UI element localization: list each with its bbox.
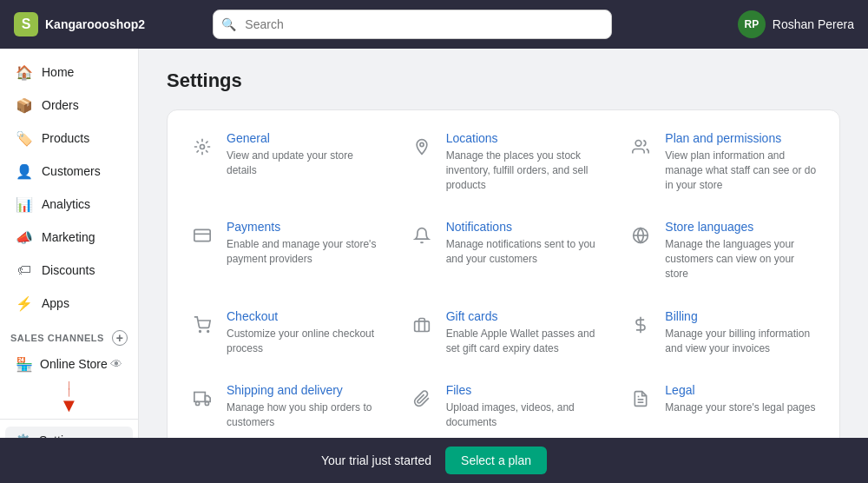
products-icon: 🏷️ bbox=[16, 129, 33, 147]
online-store-icon: 🏪 bbox=[16, 355, 33, 373]
gift-cards-icon bbox=[408, 311, 436, 339]
online-store-label: Online Store bbox=[40, 357, 108, 371]
settings-nav-item[interactable]: ⚙️ Settings bbox=[5, 427, 133, 438]
sidebar-bottom: ⚙️ Settings bbox=[0, 419, 138, 438]
svg-rect-11 bbox=[194, 393, 206, 402]
legal-desc: Manage your store's legal pages bbox=[665, 400, 819, 415]
sidebar-item-analytics[interactable]: 📊 Analytics bbox=[5, 189, 133, 220]
trial-text: Your trial just started bbox=[321, 453, 431, 467]
sidebar-item-products-label: Products bbox=[42, 131, 89, 145]
svg-rect-9 bbox=[414, 321, 429, 332]
brand-logo[interactable]: S Kangaroooshop2 bbox=[14, 12, 145, 36]
locations-desc: Manage the places you stock inventory, f… bbox=[446, 149, 600, 192]
checkout-title: Checkout bbox=[227, 309, 380, 323]
shipping-icon bbox=[188, 385, 216, 413]
sidebar-item-customers[interactable]: 👤 Customers bbox=[5, 155, 133, 187]
page-title: Settings bbox=[167, 69, 840, 92]
sidebar-item-marketing[interactable]: 📣 Marketing bbox=[5, 222, 133, 253]
discounts-icon: 🏷 bbox=[16, 261, 33, 279]
shipping-title: Shipping and delivery bbox=[227, 383, 380, 397]
settings-item-files[interactable]: Files Upload images, videos, and documen… bbox=[394, 369, 614, 438]
settings-grid: General View and update your store detai… bbox=[174, 117, 832, 438]
store-languages-icon bbox=[627, 222, 654, 249]
billing-title: Billing bbox=[665, 309, 819, 323]
plan-permissions-title: Plan and permissions bbox=[665, 131, 819, 145]
billing-icon bbox=[627, 311, 654, 339]
avatar[interactable]: RP bbox=[738, 10, 766, 38]
svg-point-8 bbox=[207, 330, 209, 332]
files-title: Files bbox=[446, 383, 600, 397]
settings-item-shipping[interactable]: Shipping and delivery Manage how you shi… bbox=[174, 369, 394, 438]
payments-title: Payments bbox=[227, 220, 380, 234]
notifications-title: Notifications bbox=[446, 220, 600, 234]
general-desc: View and update your store details bbox=[227, 149, 380, 178]
sales-channels-header: SALES CHANNELS + bbox=[0, 320, 138, 349]
sidebar-item-products[interactable]: 🏷️ Products bbox=[5, 122, 133, 154]
notifications-desc: Manage notifications sent to you and you… bbox=[446, 237, 600, 267]
sidebar-item-marketing-label: Marketing bbox=[42, 230, 95, 244]
gift-cards-title: Gift cards bbox=[446, 309, 600, 323]
down-arrow-wrapper: │ │ ▼ bbox=[0, 379, 138, 419]
add-sales-channel-button[interactable]: + bbox=[112, 330, 128, 346]
svg-marker-12 bbox=[205, 396, 210, 402]
main-content: Settings General View and update your st… bbox=[139, 49, 868, 438]
sidebar-item-home[interactable]: 🏠 Home bbox=[5, 56, 133, 88]
plan-permissions-desc: View plan information and manage what st… bbox=[665, 149, 819, 192]
sidebar-item-orders-label: Orders bbox=[42, 98, 79, 112]
settings-item-store-languages[interactable]: Store languages Manage the languages you… bbox=[613, 206, 832, 294]
top-navigation: S Kangaroooshop2 🔍 RP Roshan Perera bbox=[0, 0, 868, 49]
checkout-desc: Customize your online checkout process bbox=[227, 327, 380, 356]
store-languages-title: Store languages bbox=[665, 220, 819, 234]
payments-desc: Enable and manage your store's payment p… bbox=[227, 237, 380, 267]
user-section: RP Roshan Perera bbox=[738, 10, 854, 38]
svg-rect-3 bbox=[194, 230, 210, 242]
notifications-icon bbox=[408, 222, 436, 249]
settings-item-general[interactable]: General View and update your store detai… bbox=[174, 117, 394, 206]
sidebar-item-discounts[interactable]: 🏷 Discounts bbox=[5, 255, 133, 286]
svg-point-2 bbox=[635, 141, 641, 147]
general-icon bbox=[188, 133, 216, 161]
settings-item-gift-cards[interactable]: Gift cards Enable Apple Wallet passes an… bbox=[394, 295, 614, 370]
settings-item-plan-permissions[interactable]: Plan and permissions View plan informati… bbox=[613, 117, 832, 206]
locations-title: Locations bbox=[446, 131, 600, 145]
svg-point-14 bbox=[205, 402, 208, 406]
store-languages-desc: Manage the languages your customers can … bbox=[665, 237, 819, 281]
legal-title: Legal bbox=[665, 383, 819, 397]
settings-item-checkout[interactable]: Checkout Customize your online checkout … bbox=[174, 295, 394, 370]
sidebar-item-apps[interactable]: ⚡ Apps bbox=[5, 288, 133, 319]
sidebar-item-analytics-label: Analytics bbox=[42, 197, 90, 211]
apps-icon: ⚡ bbox=[16, 294, 33, 312]
orders-icon: 📦 bbox=[16, 96, 33, 114]
search-input[interactable] bbox=[213, 10, 612, 39]
checkout-icon bbox=[188, 311, 216, 339]
svg-point-7 bbox=[200, 330, 201, 332]
marketing-icon: 📣 bbox=[16, 228, 33, 246]
files-icon bbox=[408, 385, 436, 413]
settings-item-notifications[interactable]: Notifications Manage notifications sent … bbox=[394, 206, 614, 294]
customers-icon: 👤 bbox=[16, 162, 33, 180]
svg-point-1 bbox=[420, 142, 424, 146]
shipping-desc: Manage how you ship orders to customers bbox=[227, 400, 380, 430]
search-icon: 🔍 bbox=[221, 17, 236, 31]
settings-item-payments[interactable]: Payments Enable and manage your store's … bbox=[174, 206, 394, 294]
settings-item-billing[interactable]: Billing Manage your billing information … bbox=[613, 295, 832, 370]
sidebar-item-orders[interactable]: 📦 Orders bbox=[5, 89, 133, 121]
settings-item-legal[interactable]: Legal Manage your store's legal pages bbox=[613, 369, 832, 438]
sidebar-item-apps-label: Apps bbox=[42, 296, 69, 310]
user-name: Roshan Perera bbox=[773, 17, 854, 31]
analytics-icon: 📊 bbox=[16, 195, 33, 213]
payments-icon bbox=[188, 222, 216, 249]
files-desc: Upload images, videos, and documents bbox=[446, 400, 600, 430]
sidebar-item-discounts-label: Discounts bbox=[42, 263, 95, 277]
settings-item-locations[interactable]: Locations Manage the places you stock in… bbox=[394, 117, 614, 206]
sidebar-item-home-label: Home bbox=[42, 65, 74, 79]
select-plan-button[interactable]: Select a plan bbox=[445, 447, 547, 474]
sidebar-item-online-store[interactable]: 🏪 Online Store 👁 bbox=[5, 350, 133, 378]
home-icon: 🏠 bbox=[16, 63, 33, 81]
sidebar-item-customers-label: Customers bbox=[42, 164, 101, 178]
gift-cards-desc: Enable Apple Wallet passes and set gift … bbox=[446, 327, 600, 356]
sidebar: 🏠 Home 📦 Orders 🏷️ Products 👤 Customers … bbox=[0, 49, 139, 438]
svg-point-13 bbox=[196, 402, 200, 406]
legal-icon bbox=[627, 385, 654, 413]
locations-icon bbox=[408, 133, 436, 161]
